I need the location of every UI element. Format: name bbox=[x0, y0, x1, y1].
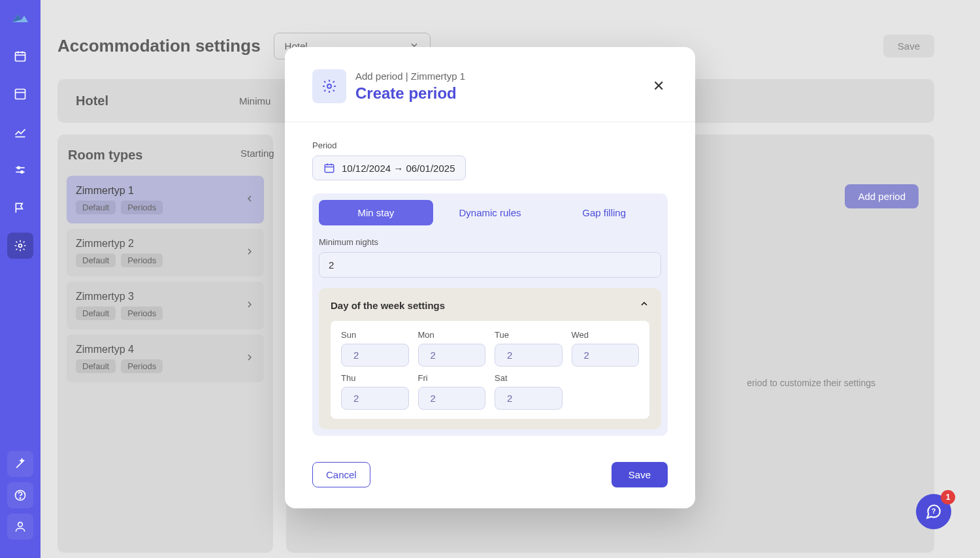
day-label: Sun bbox=[341, 330, 409, 340]
close-icon[interactable]: ✕ bbox=[649, 77, 668, 95]
day-label: Fri bbox=[418, 373, 486, 383]
day-cell: Sun bbox=[341, 330, 409, 367]
day-input[interactable] bbox=[418, 387, 486, 410]
day-cell: Sat bbox=[495, 373, 563, 410]
modal-header: Add period | Zimmertyp 1 Create period ✕ bbox=[285, 47, 695, 122]
svg-point-15 bbox=[327, 84, 331, 88]
day-cell: Wed bbox=[572, 330, 640, 367]
day-cell: Thu bbox=[341, 373, 409, 410]
day-label: Sat bbox=[495, 373, 563, 383]
day-input[interactable] bbox=[341, 387, 409, 410]
day-of-week-panel: Day of the week settings SunMonTueWedThu… bbox=[319, 288, 661, 429]
day-input[interactable] bbox=[572, 344, 640, 367]
tab-gap-filling[interactable]: Gap filling bbox=[547, 200, 661, 225]
day-of-week-title: Day of the week settings bbox=[331, 300, 445, 311]
modal-footer: Cancel Save bbox=[285, 449, 695, 508]
day-label: Mon bbox=[418, 330, 486, 340]
cancel-button[interactable]: Cancel bbox=[312, 462, 370, 487]
day-input[interactable] bbox=[495, 387, 563, 410]
day-cell: Tue bbox=[495, 330, 563, 367]
day-input[interactable] bbox=[418, 344, 486, 367]
tab-min-stay[interactable]: Min stay bbox=[319, 200, 433, 225]
min-nights-label: Minimum nights bbox=[319, 237, 661, 247]
calendar-icon bbox=[323, 162, 335, 174]
day-input[interactable] bbox=[495, 344, 563, 367]
day-input[interactable] bbox=[341, 344, 409, 367]
modal-save-button[interactable]: Save bbox=[612, 462, 668, 487]
day-label: Tue bbox=[495, 330, 563, 340]
date-range-input[interactable]: 10/12/2024 → 06/01/2025 bbox=[312, 156, 466, 180]
date-range-value: 10/12/2024 → 06/01/2025 bbox=[342, 163, 455, 174]
svg-rect-16 bbox=[325, 165, 334, 172]
chevron-up-icon bbox=[639, 299, 649, 312]
modal-title: Create period bbox=[355, 84, 465, 103]
tab-row: Min stay Dynamic rules Gap filling bbox=[319, 200, 661, 225]
period-label: Period bbox=[312, 140, 668, 150]
day-of-week-toggle[interactable]: Day of the week settings bbox=[331, 299, 649, 312]
min-nights-input[interactable] bbox=[319, 252, 661, 278]
modal-breadcrumb: Add period | Zimmertyp 1 bbox=[355, 71, 465, 82]
gear-icon bbox=[312, 69, 346, 103]
day-label: Thu bbox=[341, 373, 409, 383]
modal-overlay: Add period | Zimmertyp 1 Create period ✕… bbox=[0, 0, 980, 558]
settings-tabs-panel: Min stay Dynamic rules Gap filling Minim… bbox=[312, 193, 668, 436]
day-cell: Fri bbox=[418, 373, 486, 410]
day-label: Wed bbox=[572, 330, 640, 340]
modal-body: Period 10/12/2024 → 06/01/2025 Min stay … bbox=[285, 122, 695, 449]
day-of-week-grid: SunMonTueWedThuFriSat bbox=[331, 321, 649, 419]
tab-dynamic-rules[interactable]: Dynamic rules bbox=[433, 200, 547, 225]
day-cell: Mon bbox=[418, 330, 486, 367]
create-period-modal: Add period | Zimmertyp 1 Create period ✕… bbox=[285, 47, 695, 508]
